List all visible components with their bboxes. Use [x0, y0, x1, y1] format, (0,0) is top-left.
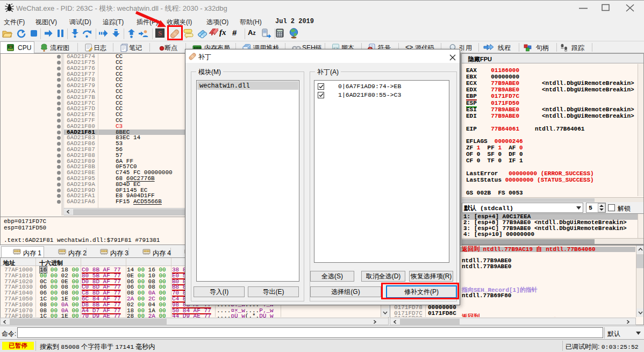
svg-text:32: 32: [9, 46, 12, 48]
